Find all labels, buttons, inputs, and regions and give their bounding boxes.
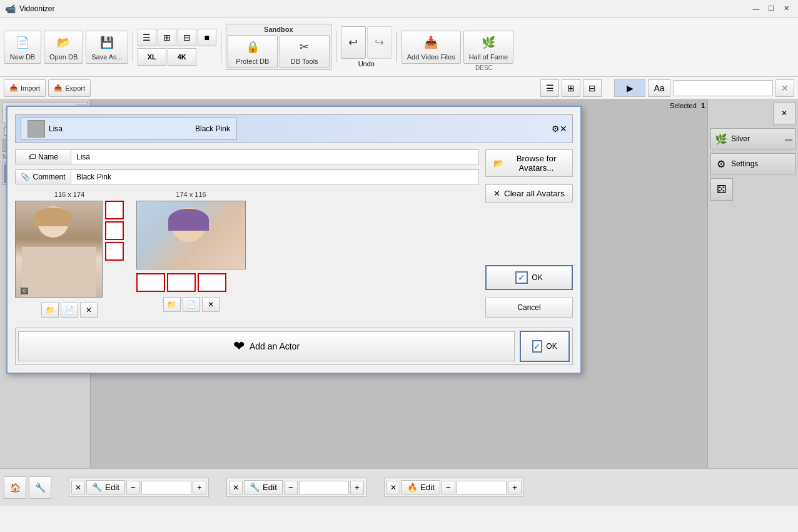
protect-db-button[interactable]: 🔒 Protect DB [228,35,278,68]
open-db-label: Open DB [49,53,78,61]
square-view-button[interactable]: ■ [198,29,216,46]
wide-thumb-3[interactable] [198,273,226,292]
open-db-button[interactable]: 📂 Open DB [44,31,83,64]
browse-avatars-button[interactable]: 📂 Browse for Avatars... [485,149,573,177]
edit3-label: Edit [420,483,435,492]
portrait-thumb-2[interactable] [105,221,124,240]
wide-folder-btn[interactable]: 📁 [163,297,181,312]
edit1-label: Edit [105,483,119,492]
main-toolbar: 📄 New DB 📂 Open DB 💾 Save As... ☰ ⊞ ⊟ ■ … [0,18,798,77]
edit-group-3: ✕ 🔥 Edit − + [384,478,524,497]
save-as-button[interactable]: 💾 Save As... [86,31,128,64]
4k-view-button[interactable]: 4K [168,48,196,66]
grid3-view-small-button[interactable]: ⊟ [583,79,602,97]
home-button[interactable]: 🏠 [4,476,26,499]
text-view-button[interactable]: Aa [648,79,670,97]
close-button[interactable]: ✕ [779,2,793,16]
import-button[interactable]: 📥 Import [4,79,46,97]
dialog-cancel-button[interactable]: Cancel [485,298,573,318]
edit1-minus-button[interactable]: − [126,481,140,494]
wide-thumb-1[interactable] [136,273,165,292]
new-db-button[interactable]: 📄 New DB [4,31,41,64]
portrait-thumb-1[interactable] [105,201,124,219]
search-input[interactable] [673,80,773,96]
video-view-button[interactable]: ▶ [614,79,645,97]
tool-button[interactable]: 🔧 [29,476,51,499]
dialog-right: 📂 Browse for Avatars... ✕ Clear all Avat… [485,149,573,318]
portrait-display-area: © [91,201,124,298]
edit3-minus-button[interactable]: − [442,481,455,494]
undo-btns: ↩ ↪ [341,26,392,59]
clear-avatars-button[interactable]: ✕ Clear all Avatars [485,184,573,203]
db-tools-icon: ✂ [296,38,313,56]
portrait-thumb-3[interactable] [105,242,124,261]
edit2-plus-button[interactable]: + [350,481,364,494]
edit3-plus-button[interactable]: + [508,481,522,494]
separator-1 [133,31,133,63]
edit1-slider[interactable] [141,481,191,494]
minimize-button[interactable]: — [749,2,763,16]
maximize-button[interactable]: ☐ [764,2,778,16]
grid2-view-button[interactable]: ⊞ [158,29,176,46]
add-actor-ok-button[interactable]: ✓ OK [520,331,570,362]
edit2-minus-button[interactable]: − [284,481,298,494]
edit3-icon: 🔥 [407,483,418,492]
titlebar: 📹 Videonizer — ☐ ✕ [0,0,798,18]
edit2-button[interactable]: 🔧 Edit [244,480,283,494]
db-tools-label: DB Tools [291,58,318,65]
edit1-plus-button[interactable]: + [193,481,206,494]
add-actor-button[interactable]: ❤ Add an Actor [91,331,515,361]
wide-main-image[interactable] [136,201,246,269]
open-db-icon: 📂 [55,34,73,51]
comment-value: Black Pink [91,173,111,181]
edit3-slider[interactable] [457,481,507,494]
wide-thumb-2[interactable] [167,273,196,292]
wide-clear-btn[interactable]: ✕ [202,297,220,312]
edit2-slider[interactable] [299,481,349,494]
xl-view-button[interactable]: XL [138,48,166,66]
edit2-x-button[interactable]: ✕ [229,481,243,494]
grid-view-small-button[interactable]: ⊞ [562,79,580,97]
comment-value-cell[interactable]: Black Pink [91,169,479,184]
dialog-close-button[interactable]: ✕ [560,124,567,134]
browse-label: Browse for Avatars... [508,154,565,173]
add-video-button[interactable]: 📥 Add Video Files [402,31,461,64]
dialog-overlay: Lisa Black Pink ⚙ ✕ 🏷 [91,99,707,468]
edit1-x-button[interactable]: ✕ [71,481,85,494]
add-video-icon: 📥 [422,34,440,51]
name-value-cell[interactable]: Lisa [91,149,479,164]
hall-of-fame-button[interactable]: 🌿 Hall of Fame [463,31,513,64]
list-view-small-button[interactable]: ☰ [540,79,559,97]
edit3-button[interactable]: 🔥 Edit [402,480,440,494]
search-clear-button[interactable]: ✕ [775,79,794,97]
separator-2 [221,31,221,63]
sandbox-title: Sandbox [264,26,293,33]
undo-button[interactable]: ↩ [341,26,366,59]
wide-doc-btn[interactable]: 📄 [183,297,200,312]
ok-label: OK [532,273,542,282]
import-icon: 📥 [9,84,18,92]
db-tools-button[interactable]: ✂ DB Tools [280,35,330,68]
portrait-clear-btn[interactable]: ✕ [91,303,98,318]
redo-button[interactable]: ↪ [367,26,392,59]
view-btns-row: ☰ ⊞ ⊟ ■ [138,29,216,46]
list-view-button[interactable]: ☰ [138,29,156,46]
status-bar: 🏠 🔧 ✕ 🔧 Edit − + ✕ 🔧 Edit − + ✕ 🔥 Edit − [0,468,798,506]
protect-db-icon: 🔒 [244,38,261,56]
edit1-button[interactable]: 🔧 Edit [86,480,125,494]
edit2-icon: 🔧 [250,483,260,492]
grid3-view-button[interactable]: ⊟ [178,29,196,46]
clear-label: Clear all Avatars [504,189,565,198]
edit3-x-button[interactable]: ✕ [386,481,400,494]
export-button[interactable]: 📤 Export [48,79,91,97]
separator-3 [336,31,336,63]
dialog-tools-button[interactable]: ⚙ [552,124,560,134]
add-actor-ok-label: OK [546,342,557,351]
dialog-ok-button[interactable]: ✓ OK [485,265,573,290]
actor-tab[interactable]: Lisa Black Pink [91,118,237,140]
edit1-icon: 🔧 [92,483,103,492]
dialog-body: 🏷 Name Lisa 📎 Comment [91,149,573,318]
desc-label: DESC [475,64,493,71]
app-title: Videonizer [19,4,54,13]
portrait-main-image[interactable]: © [91,201,103,298]
